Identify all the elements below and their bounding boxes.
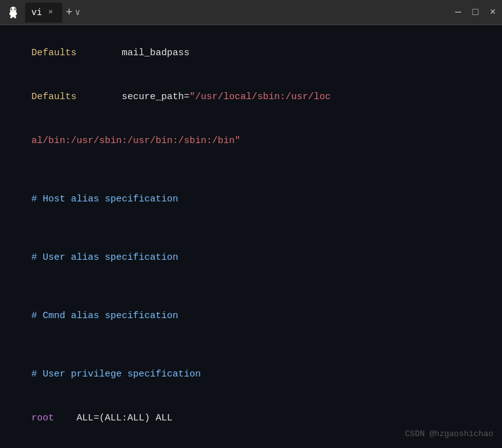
editor-line-5: # Host alias specification: [9, 178, 493, 221]
editor-line-7: # User alias specification: [9, 236, 493, 280]
svg-point-4: [14, 9, 15, 9]
svg-point-9: [9, 12, 11, 15]
defaults-keyword-1: Defaults: [31, 48, 77, 58]
maximize-button[interactable]: □: [473, 7, 479, 18]
editor-line-1: Defaults mail_badpass: [9, 31, 493, 75]
editor-line-blank-2: [9, 221, 493, 235]
editor-line-blank-3: [9, 279, 493, 294]
editor-line-2: Defaults secure_path="/usr/local/sbin:/u…: [9, 75, 493, 119]
linux-icon: [6, 6, 20, 19]
minimize-button[interactable]: ─: [455, 7, 461, 18]
watermark: CSDN @hzgaoshichao: [405, 428, 493, 440]
editor-tab[interactable]: vi ×: [25, 3, 62, 23]
svg-point-3: [11, 9, 12, 9]
editor-line-blank-4: [9, 338, 493, 352]
editor-area: Defaults mail_badpass Defaults secure_pa…: [0, 25, 502, 448]
tab-arrow-icon[interactable]: ∨: [75, 7, 80, 18]
defaults-keyword-2: Defaults: [31, 92, 77, 102]
editor-line-3: al/bin:/usr/sbin:/usr/bin:/sbin:/bin": [9, 119, 493, 163]
svg-rect-7: [10, 16, 12, 18]
tab-label: vi: [31, 8, 42, 18]
window-close-button[interactable]: ×: [489, 7, 496, 18]
editor-line-blank-5: [9, 440, 493, 448]
svg-rect-8: [14, 16, 16, 18]
titlebar: vi × + ∨ ─ □ ×: [0, 0, 502, 25]
editor-line-blank-1: [9, 163, 493, 177]
editor-line-9: # Cmnd alias specification: [9, 294, 493, 338]
new-tab-button[interactable]: +: [66, 6, 73, 19]
window-controls: ─ □ ×: [455, 7, 496, 18]
svg-point-10: [15, 12, 17, 15]
tab-close-icon[interactable]: ×: [48, 8, 53, 17]
editor-line-11: # User privilege specification: [9, 353, 493, 397]
